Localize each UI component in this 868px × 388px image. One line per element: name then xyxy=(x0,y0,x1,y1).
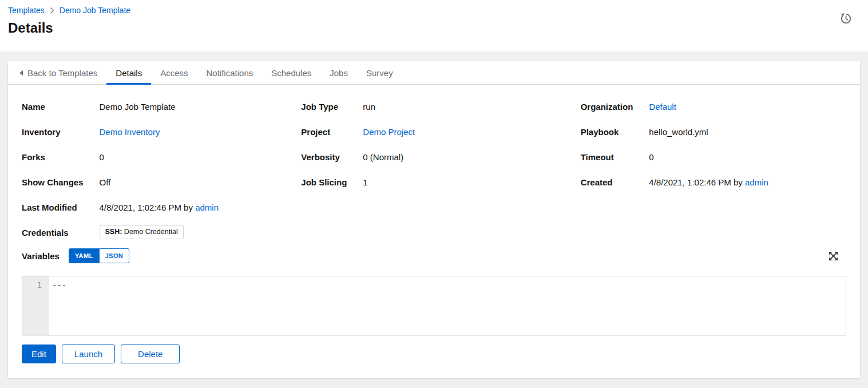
yaml-json-toggle: YAMLJSON xyxy=(69,248,129,263)
editor-gutter: 1 xyxy=(22,276,49,335)
field-value-project: Demo Project xyxy=(363,127,566,137)
field-label-forks: Forks xyxy=(22,152,84,163)
value-text: run xyxy=(363,102,375,112)
yaml-toggle-button[interactable]: YAML xyxy=(69,248,100,263)
details-grid: NameDemo Job TemplateInventoryDemo Inven… xyxy=(22,102,846,239)
delete-button[interactable]: Delete xyxy=(121,345,180,363)
tab-access[interactable]: Access xyxy=(151,61,197,85)
expand-arrows-icon xyxy=(829,251,838,261)
field-value-created: 4/8/2021, 1:02:46 PM by admin xyxy=(649,177,846,188)
field-label-credentials: Credentials xyxy=(22,228,84,239)
breadcrumb-item-demo-job-template[interactable]: Demo Job Template xyxy=(60,6,130,15)
field-value-credentials: SSH: Demo Credential xyxy=(100,225,288,239)
tab-details[interactable]: Details xyxy=(106,61,151,85)
default-link[interactable]: Default xyxy=(649,102,676,112)
field-value-last-modified: 4/8/2021, 1:02:46 PM by admin xyxy=(100,203,288,213)
field-value-job-type: run xyxy=(363,102,566,112)
field-label-name: Name xyxy=(22,102,84,112)
field-label-verbosity: Verbosity xyxy=(301,152,347,163)
details-column-2: Job TyperunProjectDemo ProjectVerbosity0… xyxy=(301,102,566,188)
field-label-last-modified: Last Modified xyxy=(22,203,84,213)
field-label-created: Created xyxy=(581,177,633,188)
field-value-organization: Default xyxy=(649,102,846,112)
history-icon xyxy=(840,13,852,25)
tabs: Back to TemplatesDetailsAccessNotificati… xyxy=(8,61,860,85)
editor-line-number: 1 xyxy=(37,280,42,290)
page-header: TemplatesDemo Job Template Details xyxy=(0,0,868,52)
angle-right-icon xyxy=(50,7,54,14)
value-text: Off xyxy=(100,177,111,187)
field-label-organization: Organization xyxy=(581,102,633,112)
credential-name: Demo Credential xyxy=(122,228,177,236)
value-text: 0 xyxy=(649,152,653,162)
field-label-inventory: Inventory xyxy=(22,127,84,137)
value-text: 0 xyxy=(100,152,104,162)
field-value-forks: 0 xyxy=(100,152,288,163)
value-text: 1 xyxy=(363,177,367,187)
breadcrumb: TemplatesDemo Job Template xyxy=(8,6,853,15)
variables-editor[interactable]: 1 --- xyxy=(22,276,846,335)
template-details-card: Back to TemplatesDetailsAccessNotificati… xyxy=(8,61,860,378)
variables-label: Variables xyxy=(22,251,60,261)
details-column-1: NameDemo Job TemplateInventoryDemo Inven… xyxy=(22,102,287,239)
page-title: Details xyxy=(8,19,853,36)
back-to-templates-label: Back to Templates xyxy=(27,68,97,78)
details-column-3: OrganizationDefaultPlaybookhello_world.y… xyxy=(581,102,846,188)
action-buttons: EditLaunchDelete xyxy=(22,345,846,363)
field-value-name: Demo Job Template xyxy=(100,102,288,112)
json-toggle-button[interactable]: JSON xyxy=(100,248,130,263)
field-label-job-slicing: Job Slicing xyxy=(301,177,347,188)
credential-chip[interactable]: SSH: Demo Credential xyxy=(100,225,184,239)
value-text: hello_world.yml xyxy=(649,127,708,137)
page: TemplatesDemo Job Template Details Back … xyxy=(0,0,868,378)
value-text: 4/8/2021, 1:02:46 PM by xyxy=(649,177,745,187)
value-text: 4/8/2021, 1:02:46 PM by xyxy=(100,203,196,212)
field-value-playbook: hello_world.yml xyxy=(649,127,846,137)
tab-jobs[interactable]: Jobs xyxy=(320,61,357,85)
expand-button[interactable] xyxy=(827,250,839,262)
tab-notifications[interactable]: Notifications xyxy=(197,61,263,85)
history-button[interactable] xyxy=(839,11,853,26)
field-label-project: Project xyxy=(301,127,347,137)
launch-button[interactable]: Launch xyxy=(62,345,115,363)
field-value-inventory: Demo Inventory xyxy=(100,127,288,137)
breadcrumb-item-templates[interactable]: Templates xyxy=(8,6,45,15)
field-value-timeout: 0 xyxy=(649,152,846,163)
admin-link[interactable]: admin xyxy=(195,203,219,212)
demo-project-link[interactable]: Demo Project xyxy=(363,127,415,137)
editor-content[interactable]: --- xyxy=(49,276,846,335)
caret-left-icon xyxy=(19,70,23,76)
tab-schedules[interactable]: Schedules xyxy=(262,61,320,85)
credential-kind: SSH: xyxy=(105,228,122,236)
field-label-job-type: Job Type xyxy=(301,102,347,112)
edit-button[interactable]: Edit xyxy=(22,345,56,363)
field-label-show-changes: Show Changes xyxy=(22,177,84,188)
value-text: Demo Job Template xyxy=(100,102,176,112)
details-panel: NameDemo Job TemplateInventoryDemo Inven… xyxy=(8,85,860,375)
tab-survey[interactable]: Survey xyxy=(357,61,402,85)
field-label-timeout: Timeout xyxy=(581,152,633,163)
field-value-verbosity: 0 (Normal) xyxy=(363,152,566,163)
demo-inventory-link[interactable]: Demo Inventory xyxy=(100,127,160,137)
field-label-playbook: Playbook xyxy=(581,127,633,137)
field-value-job-slicing: 1 xyxy=(363,177,566,188)
admin-link[interactable]: admin xyxy=(745,177,768,187)
value-text: 0 (Normal) xyxy=(363,152,403,162)
back-to-templates-link[interactable]: Back to Templates xyxy=(10,61,106,85)
variables-row: Variables YAMLJSON xyxy=(22,248,846,263)
field-value-show-changes: Off xyxy=(100,177,288,188)
